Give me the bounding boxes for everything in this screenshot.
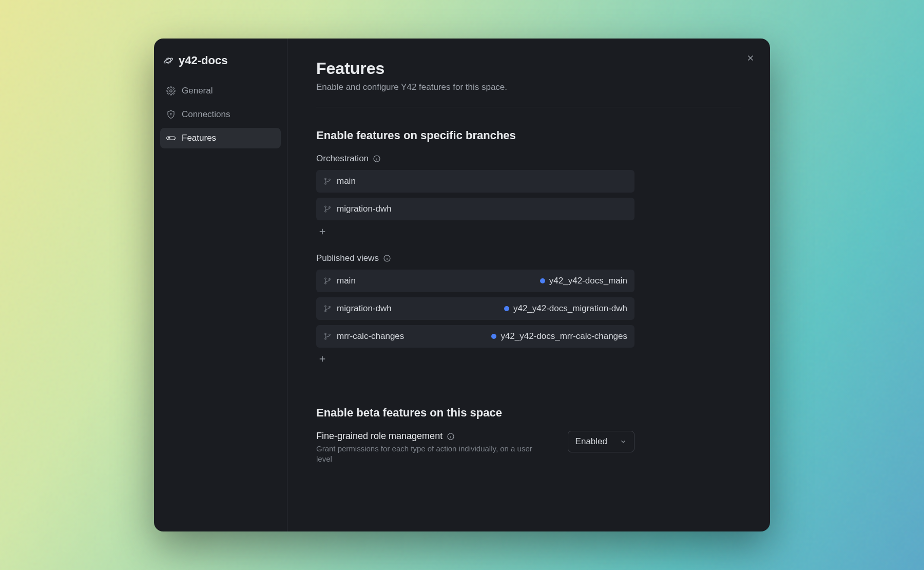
branch-row[interactable]: migration-dwh y42_y42-docs_migration-dwh <box>316 297 634 320</box>
sidebar-item-label: Features <box>182 133 216 143</box>
view-target-name: y42_y42-docs_mrr-calc-changes <box>500 331 627 341</box>
svg-point-5 <box>168 137 170 139</box>
branch-row[interactable]: main y42_y42-docs_main <box>316 270 634 292</box>
main-content: Features Enable and configure Y42 featur… <box>287 39 770 531</box>
beta-feature-title-row: Fine-grained role management <box>316 431 547 442</box>
sidebar: y42-docs General Connections Features <box>154 39 287 531</box>
svg-point-22 <box>329 334 331 335</box>
status-dot <box>540 278 545 283</box>
settings-window: y42-docs General Connections Features Fe… <box>154 39 770 531</box>
svg-point-17 <box>325 306 326 307</box>
planet-icon <box>163 55 174 66</box>
branch-icon <box>323 205 332 213</box>
branch-row[interactable]: mrr-calc-changes y42_y42-docs_mrr-calc-c… <box>316 325 634 348</box>
published-views-block: Published views main y42_y42-docs_main <box>316 253 741 365</box>
orchestration-list: main migration-dwh <box>316 170 634 220</box>
close-icon <box>746 53 755 63</box>
published-views-list: main y42_y42-docs_main migration-dwh y42… <box>316 270 634 348</box>
sidebar-item-general[interactable]: General <box>160 81 281 101</box>
shield-icon <box>166 110 176 119</box>
page-subtitle: Enable and configure Y42 features for th… <box>316 82 741 107</box>
beta-section: Enable beta features on this space Fine-… <box>316 406 741 465</box>
branch-icon <box>323 277 332 285</box>
beta-feature-desc: Grant permissions for each type of actio… <box>316 444 547 465</box>
branch-name: main <box>337 176 627 186</box>
beta-feature-status-dropdown[interactable]: Enabled <box>568 431 634 452</box>
orchestration-block: Orchestration main migration-dwh <box>316 154 741 238</box>
page-title: Features <box>316 59 741 78</box>
svg-point-7 <box>325 178 326 180</box>
branch-icon <box>323 177 332 185</box>
view-target: y42_y42-docs_mrr-calc-changes <box>491 331 627 341</box>
svg-point-14 <box>325 278 326 279</box>
plus-icon <box>318 354 327 364</box>
svg-point-18 <box>325 310 326 312</box>
toggle-icon <box>166 134 176 143</box>
gear-icon <box>166 86 176 96</box>
status-dot <box>491 334 496 339</box>
view-target-name: y42_y42-docs_migration-dwh <box>513 303 627 314</box>
published-views-label: Published views <box>316 253 379 263</box>
svg-point-21 <box>325 338 326 339</box>
branch-icon <box>323 305 332 313</box>
orchestration-label-row: Orchestration <box>316 154 741 164</box>
published-views-label-row: Published views <box>316 253 741 263</box>
add-orchestration-branch-button[interactable] <box>316 225 329 238</box>
svg-point-20 <box>325 333 326 335</box>
view-target: y42_y42-docs_migration-dwh <box>504 303 627 314</box>
chevron-down-icon <box>620 438 627 445</box>
beta-feature-row: Fine-grained role management Grant permi… <box>316 431 634 465</box>
branch-name: mrr-calc-changes <box>337 331 486 341</box>
view-target: y42_y42-docs_main <box>540 276 627 286</box>
svg-point-2 <box>170 90 172 92</box>
svg-point-16 <box>329 278 331 280</box>
beta-feature-meta: Fine-grained role management Grant permi… <box>316 431 547 465</box>
section-title: Enable beta features on this space <box>316 406 741 420</box>
svg-point-12 <box>329 206 331 208</box>
svg-point-9 <box>329 179 331 180</box>
branch-row[interactable]: main <box>316 170 634 193</box>
branch-name: migration-dwh <box>337 204 627 214</box>
info-icon[interactable] <box>447 432 455 441</box>
branches-section: Enable features on specific branches Orc… <box>316 129 741 365</box>
view-target-name: y42_y42-docs_main <box>549 276 627 286</box>
branch-icon <box>323 332 332 340</box>
sidebar-item-features[interactable]: Features <box>160 128 281 148</box>
brand-title: y42-docs <box>179 54 227 67</box>
svg-point-11 <box>325 211 326 212</box>
svg-point-19 <box>329 306 331 308</box>
svg-point-8 <box>325 183 326 184</box>
svg-point-15 <box>325 282 326 284</box>
branch-row[interactable]: migration-dwh <box>316 198 634 220</box>
section-title: Enable features on specific branches <box>316 129 741 142</box>
orchestration-label: Orchestration <box>316 154 369 164</box>
sidebar-item-label: Connections <box>182 109 230 120</box>
beta-feature-title: Fine-grained role management <box>316 431 442 442</box>
close-button[interactable] <box>743 51 758 65</box>
plus-icon <box>318 227 327 236</box>
add-published-view-button[interactable] <box>316 353 329 365</box>
status-dot <box>504 306 509 311</box>
brand: y42-docs <box>160 51 281 78</box>
svg-point-10 <box>325 206 326 207</box>
dropdown-value: Enabled <box>575 436 607 447</box>
sidebar-item-label: General <box>182 86 213 96</box>
info-icon[interactable] <box>373 155 381 163</box>
branch-name: migration-dwh <box>337 303 499 314</box>
info-icon[interactable] <box>383 254 391 262</box>
svg-point-3 <box>170 113 171 115</box>
branch-name: main <box>337 276 535 286</box>
sidebar-item-connections[interactable]: Connections <box>160 104 281 125</box>
